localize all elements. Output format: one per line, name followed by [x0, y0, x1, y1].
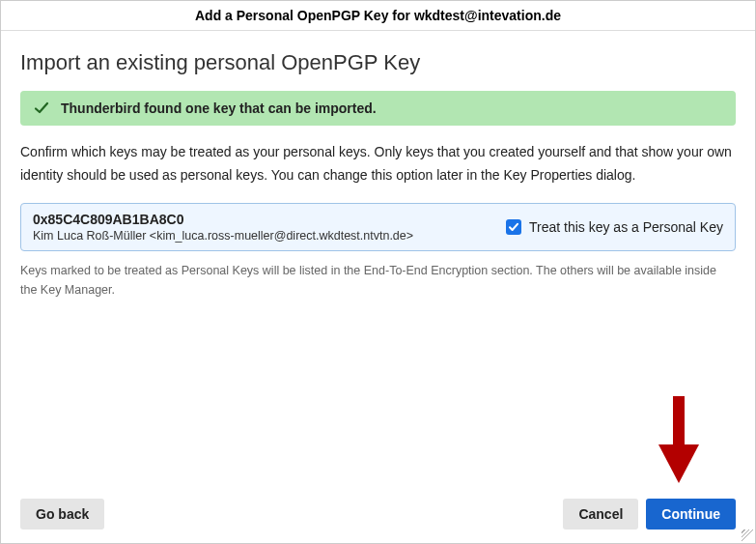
- go-back-button[interactable]: Go back: [20, 499, 104, 530]
- key-card: 0x85C4C809AB1BA8C0 Kim Luca Roß-Müller <…: [20, 203, 736, 251]
- svg-rect-0: [673, 396, 685, 449]
- check-icon: [34, 100, 49, 116]
- page-heading: Import an existing personal OpenPGP Key: [20, 50, 736, 75]
- description-text: Confirm which keys may be treated as you…: [20, 141, 736, 187]
- success-banner: Thunderbird found one key that can be im…: [20, 91, 736, 126]
- dialog-footer: Go back Cancel Continue: [1, 485, 755, 543]
- banner-text: Thunderbird found one key that can be im…: [61, 100, 377, 116]
- annotation-arrow-icon: [658, 396, 699, 483]
- key-id: 0x85C4C809AB1BA8C0: [33, 212, 494, 227]
- cancel-button[interactable]: Cancel: [563, 499, 638, 530]
- footnote: Keys marked to be treated as Personal Ke…: [20, 261, 736, 300]
- svg-marker-1: [658, 444, 699, 483]
- treat-personal-checkbox[interactable]: [506, 219, 521, 235]
- continue-button[interactable]: Continue: [646, 499, 736, 530]
- treat-personal-label[interactable]: Treat this key as a Personal Key: [529, 219, 723, 235]
- resize-grip-icon[interactable]: [742, 530, 753, 541]
- key-userid: Kim Luca Roß-Müller <kim_luca.ross-muell…: [33, 229, 494, 243]
- window-title: Add a Personal OpenPGP Key for wkdtest@i…: [1, 1, 755, 31]
